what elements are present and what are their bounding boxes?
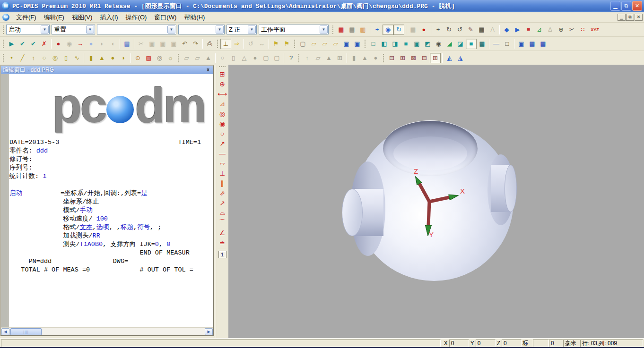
view-wire-icon[interactable]: ▣	[411, 39, 422, 49]
goto-arrow-icon[interactable]: →	[75, 39, 86, 49]
text-label-icon[interactable]: A	[487, 25, 498, 35]
dim-toolbar-page-button[interactable]: 1	[218, 251, 226, 258]
view-front-icon[interactable]: ◧	[379, 39, 390, 49]
gauge-tool-icon[interactable]: ⊕	[556, 25, 566, 35]
auto-plane-icon[interactable]: ▱	[181, 53, 192, 63]
window-layout-icon[interactable]: ▦	[527, 39, 538, 49]
scroll-thumb[interactable]	[10, 328, 42, 335]
point-info-icon[interactable]: ∷	[577, 25, 588, 35]
probe-file-combo[interactable]: ▼	[178, 25, 225, 34]
file-open-icon[interactable]: ▱	[308, 39, 319, 49]
cad-solid-icon[interactable]: ◆	[501, 25, 512, 35]
menu-item-3[interactable]: 插入(I)	[96, 12, 122, 23]
constructed-cylinder-icon[interactable]: ▮	[348, 53, 359, 63]
scroll-left-icon[interactable]: ◀	[1, 328, 9, 335]
view-multi-icon[interactable]: ▦	[477, 39, 487, 49]
auto-square-slot-icon[interactable]: ▢	[271, 53, 282, 63]
pan-view-icon[interactable]: +	[372, 25, 383, 35]
rotate-probe-icon[interactable]: ◮	[455, 53, 466, 63]
dim-symmetry-icon[interactable]: ≐	[217, 238, 227, 247]
rotate-3d-icon[interactable]: ↺	[454, 25, 465, 35]
feature-cylinder-icon[interactable]: ▮	[86, 53, 96, 63]
copy-icon[interactable]: ▣	[147, 39, 157, 49]
surface-mode-icon[interactable]: ↺	[245, 39, 256, 49]
print-icon[interactable]: ⎙	[204, 39, 215, 49]
minimize-button[interactable]: ▁	[610, 1, 620, 11]
dim-parallelism-icon[interactable]: ∥	[217, 178, 227, 188]
comment-icon[interactable]: ◗	[96, 39, 107, 49]
auto-pyramid-icon[interactable]: ▲	[203, 53, 214, 63]
dim-flatness-icon[interactable]: ▱	[217, 158, 227, 168]
graphics-modes-icon[interactable]: ▦	[336, 25, 347, 35]
check-delete-icon[interactable]: ✗	[39, 39, 50, 49]
dim-roundness-icon[interactable]: ○	[217, 128, 227, 138]
help-icon[interactable]: ?	[286, 53, 296, 63]
record-off-icon[interactable]: ◉	[64, 39, 75, 49]
probe-options-icon[interactable]: ▦	[476, 25, 487, 35]
zoom-window-icon[interactable]: □	[502, 39, 513, 49]
confirm-check-icon[interactable]: ✔	[17, 39, 28, 49]
window-report-icon[interactable]: ▣	[516, 39, 527, 49]
file-new-icon[interactable]: ▢	[297, 39, 308, 49]
undo-icon[interactable]: ↶	[179, 39, 190, 49]
redo-icon[interactable]: ↷	[190, 39, 201, 49]
dim-angularity-icon[interactable]: ∠	[217, 228, 227, 238]
program-text[interactable]: DATE=2013-5-3 TIME=1零件名: ddd修订号:序列号:统计计数…	[9, 136, 213, 274]
reset-combo-dropdown-icon[interactable]: ▼	[86, 25, 94, 34]
mdi-minimize-button[interactable]: ▁	[618, 14, 626, 21]
report-list-icon[interactable]: ▤	[122, 39, 132, 49]
flag-clear-icon[interactable]: ⚑	[281, 39, 292, 49]
feature-point-icon[interactable]: •	[6, 53, 17, 63]
dim-concentricity-icon[interactable]: ◎	[217, 109, 227, 119]
clip-planes-icon[interactable]: ✂	[566, 25, 577, 35]
reset-combo[interactable]: 重置▼	[52, 25, 95, 34]
constructed-cone-icon[interactable]: ▲	[359, 53, 370, 63]
auto-cylinder-icon[interactable]: ▯	[228, 53, 239, 63]
align-best-fit-icon[interactable]: ⊠	[408, 53, 419, 63]
auto-round-slot-icon[interactable]: ▢	[261, 53, 271, 63]
probe-pen-icon[interactable]: ✎	[465, 25, 476, 35]
scroll-right-icon[interactable]: ▶	[205, 328, 213, 335]
layer-colors-icon[interactable]: ≡	[523, 25, 534, 35]
next-arrow-icon[interactable]: ⇒	[231, 39, 242, 49]
scale-line-icon[interactable]: —	[491, 39, 502, 49]
report-window-icon[interactable]: ▤	[347, 25, 357, 35]
file-edit-icon[interactable]: ▱	[330, 39, 341, 49]
dim-profile-surface-icon[interactable]: ⌒	[217, 218, 227, 228]
level-probe-icon[interactable]: ◭	[444, 53, 455, 63]
menu-item-5[interactable]: 窗口(W)	[150, 12, 180, 23]
record-stop-icon[interactable]: ●	[53, 39, 64, 49]
mdi-close-button[interactable]: ✕	[635, 14, 643, 21]
view-sphere-icon[interactable]: ◉	[433, 39, 444, 49]
start-combo-dropdown-icon[interactable]: ▼	[41, 25, 49, 34]
menu-item-2[interactable]: 视图(V)	[68, 12, 96, 23]
view-combo-dropdown-icon[interactable]: ▼	[248, 25, 256, 34]
view-solid-icon[interactable]: ■	[400, 39, 411, 49]
dim-angle-icon[interactable]: ⊿	[217, 99, 227, 109]
view-top-icon[interactable]: □	[368, 39, 379, 49]
dim-circularity-icon[interactable]: ◉	[217, 119, 227, 128]
feature-square-slot-icon[interactable]: ▯	[61, 53, 71, 63]
align-iterative-icon[interactable]: ⊟	[419, 53, 430, 63]
workplane-combo[interactable]: 工作平面▼	[259, 25, 329, 34]
mesh-scan-icon[interactable]: ☼	[165, 53, 176, 63]
dim-position-grid-icon[interactable]: ⊞	[217, 69, 227, 79]
probe-hit-icon[interactable]: ⊥	[220, 39, 231, 49]
view-shaded-icon[interactable]: ■	[466, 39, 477, 49]
wireframe-mode-icon[interactable]: ↔	[256, 39, 267, 49]
dim-distance-icon[interactable]: ⟷	[217, 89, 227, 99]
translate-part-icon[interactable]: +	[433, 25, 444, 35]
probe-sphere-icon[interactable]: ●	[418, 25, 429, 35]
rotary-scan-icon[interactable]: ◎	[154, 53, 165, 63]
feature-circle-icon[interactable]: ○	[39, 53, 50, 63]
edit-window-close-icon[interactable]: x	[205, 67, 211, 73]
feature-ellipse-icon[interactable]: ●	[86, 39, 96, 49]
edit-window-editor[interactable]: pc dm DATE=2013-5-3 TIME=1零件名: ddd修订号:序列…	[9, 74, 213, 327]
graphics-viewport[interactable]: Z X Y	[228, 65, 644, 338]
rotate-part-icon[interactable]: ↻	[444, 25, 454, 35]
paste-special-icon[interactable]: ▣	[168, 39, 179, 49]
comment-report-icon[interactable]: ◖	[107, 39, 118, 49]
feature-round-slot-icon[interactable]: ◎	[50, 53, 61, 63]
grid-snap-icon[interactable]: ▦	[408, 25, 418, 35]
view-probe-plane-icon[interactable]: ◢	[444, 39, 455, 49]
